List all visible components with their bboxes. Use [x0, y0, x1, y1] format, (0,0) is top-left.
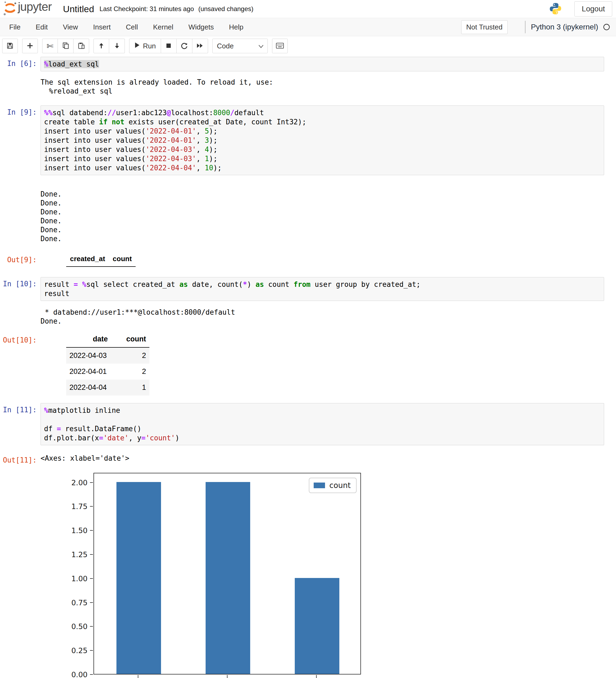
not-trusted-button[interactable]: Not Trusted	[461, 20, 508, 34]
copy-cell-button[interactable]	[58, 39, 74, 53]
dataframe-table: datecount2022-04-0322022-04-0122022-04-0…	[66, 333, 604, 396]
menu-edit[interactable]: Edit	[28, 18, 55, 36]
code-cell-9: In [9]: %%sql databend://user1:abc123@lo…	[0, 105, 616, 175]
python-logo-icon	[549, 2, 562, 16]
code-cell-11: In [11]: %matplotlib inline df = result.…	[0, 403, 616, 445]
cut-cell-button[interactable]: ✄	[42, 39, 58, 53]
plus-icon	[27, 42, 34, 50]
paste-cell-button[interactable]	[74, 39, 89, 53]
scissors-icon: ✄	[46, 41, 53, 51]
move-cell-up-button[interactable]	[93, 39, 109, 53]
stream-output: Done. Done. Done. Done. Done. Done.	[41, 189, 604, 243]
save-button[interactable]	[2, 39, 18, 53]
output-10: Out[10]: datecount2022-04-0322022-04-012…	[0, 333, 616, 396]
chart-legend: count	[309, 478, 357, 493]
sql-result-table: created_atcount	[66, 253, 604, 267]
stop-icon	[165, 42, 172, 50]
input-prompt: In [9]:	[0, 105, 41, 116]
y-tick-label: 1.00	[66, 575, 87, 582]
legend-swatch	[314, 483, 325, 488]
menu-insert[interactable]: Insert	[86, 18, 118, 36]
kernel-name: Python 3 (ipykernel)	[531, 23, 598, 31]
y-tick-label: 1.25	[66, 551, 87, 558]
jupyter-logo-text: jupyter	[18, 0, 52, 13]
output-11: Out[11]: <Axes: xlabel='date'>	[0, 453, 616, 464]
copy-icon	[62, 42, 70, 50]
restart-run-all-button[interactable]	[192, 39, 208, 53]
cell-type-value: Code	[217, 42, 234, 50]
bar-2022-04-01	[206, 482, 250, 674]
y-tick-label: 2.00	[66, 479, 87, 486]
jupyter-notebook-app: jupyter Untitled Last Checkpoint: 31 min…	[0, 0, 616, 678]
command-palette-button[interactable]	[272, 39, 288, 53]
restart-kernel-button[interactable]	[177, 39, 192, 53]
menu-widgets[interactable]: Widgets	[181, 18, 221, 36]
bar-2022-04-04	[295, 578, 339, 674]
stream-output: * databend://user1:***@localhost:8000/de…	[41, 307, 604, 326]
run-button[interactable]: Run	[129, 39, 161, 53]
save-icon	[6, 42, 14, 50]
output-prompt: Out[10]:	[0, 333, 41, 344]
jupyter-planet-icon	[3, 1, 17, 17]
menu-file[interactable]: File	[2, 18, 28, 36]
y-tick-label: 1.75	[66, 503, 87, 510]
unsaved-changes-status: (unsaved changes)	[198, 5, 253, 13]
output-select-stream: * databend://user1:***@localhost:8000/de…	[0, 307, 616, 326]
input-prompt: In [6]:	[0, 57, 41, 68]
arrow-up-icon	[98, 42, 105, 50]
checkpoint-status: Last Checkpoint: 31 minutes ago	[99, 5, 194, 13]
menu-cell[interactable]: Cell	[118, 18, 146, 36]
stream-output: The sql extension is already loaded. To …	[41, 77, 604, 96]
output-9: Out[9]: created_atcount	[0, 253, 616, 267]
restart-icon	[180, 42, 188, 50]
bar-2022-04-03	[117, 482, 161, 674]
y-tick-label: 0.50	[66, 623, 87, 630]
code-editor[interactable]: %matplotlib inline df = result.DataFrame…	[41, 403, 604, 445]
code-cell-10: In [10]: result = %sql select created_at…	[0, 277, 616, 301]
jupyter-logo[interactable]: jupyter	[3, 1, 52, 17]
bar-chart-output: 0.000.250.500.751.001.251.501.752.002022…	[0, 472, 616, 678]
kernel-idle-icon	[603, 24, 610, 31]
add-cell-button[interactable]	[22, 39, 38, 53]
code-editor[interactable]: %load_ext sql	[41, 57, 604, 71]
logout-button[interactable]: Logout	[574, 1, 612, 16]
output-load-ext: The sql extension is already loaded. To …	[0, 77, 616, 96]
divider	[525, 21, 526, 33]
legend-label: count	[329, 481, 351, 490]
output-prompt: Out[9]:	[0, 253, 41, 264]
run-label: Run	[143, 42, 156, 50]
interrupt-kernel-button[interactable]	[161, 39, 177, 53]
move-cell-down-button[interactable]	[109, 39, 125, 53]
code-cell-6: In [6]: %load_ext sql	[0, 57, 616, 71]
menu-bar: File Edit View Insert Cell Kernel Widget…	[0, 18, 616, 36]
play-icon	[134, 42, 140, 50]
y-tick-label: 0.25	[66, 647, 87, 654]
output-prompt: Out[11]:	[0, 453, 41, 464]
input-prompt: In [11]:	[0, 403, 41, 414]
notebook-area: In [6]: %load_ext sql The sql extension …	[0, 56, 616, 678]
toolbar: ✄ Run	[0, 36, 616, 56]
output-create-stream: Done. Done. Done. Done. Done. Done.	[0, 189, 616, 243]
menu-view[interactable]: View	[55, 18, 86, 36]
code-editor[interactable]: result = %sql select created_at as date,…	[41, 277, 604, 301]
menu-kernel[interactable]: Kernel	[146, 18, 181, 36]
menu-help[interactable]: Help	[221, 18, 251, 36]
arrow-down-icon	[114, 42, 121, 50]
paste-icon	[78, 42, 85, 50]
y-tick-label: 1.50	[66, 527, 87, 534]
fast-forward-icon	[196, 42, 203, 50]
code-editor[interactable]: %%sql databend://user1:abc123@localhost:…	[41, 105, 604, 175]
y-tick-label: 0.75	[66, 599, 87, 606]
axes-repr-text: <Axes: xlabel='date'>	[41, 453, 604, 463]
cell-type-select[interactable]: Code	[212, 39, 268, 53]
input-prompt: In [10]:	[0, 277, 41, 288]
notebook-title[interactable]: Untitled	[63, 4, 94, 14]
header: jupyter Untitled Last Checkpoint: 31 min…	[0, 0, 616, 18]
chevron-down-icon	[258, 42, 264, 50]
keyboard-icon	[276, 42, 284, 50]
bar-chart: 0.000.250.500.751.001.251.501.752.002022…	[70, 472, 367, 678]
y-tick-label: 0.00	[66, 671, 87, 678]
